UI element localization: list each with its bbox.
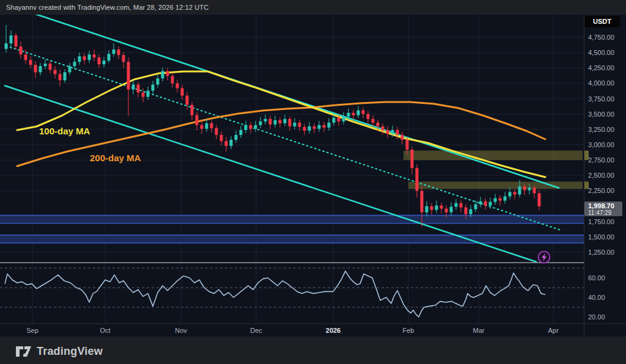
candle-body [308,126,311,131]
candle-body [523,186,526,190]
dotted-trendline[interactable] [6,46,561,230]
candle-body [181,88,184,95]
tradingview-chart-window: Shayannv created with TradingView.com, M… [0,0,626,364]
candle-body [328,123,331,128]
time-tick-label: Dec [250,327,262,334]
price-tick-label: 3,250.00 [588,126,625,133]
candle-body [465,208,468,214]
candle-body [10,35,13,43]
candle-body [201,125,204,129]
candle-body [284,119,287,123]
candle-body [333,118,336,123]
price-tick-label: 4,500.00 [588,49,625,56]
tradingview-logo[interactable]: TradingView [16,345,103,358]
candle-body [5,43,8,49]
price-tick-label: 2,750.00 [588,156,625,164]
candle-body [411,150,414,168]
candle-body [342,117,345,122]
time-tick-label: Feb [403,327,414,334]
candle-body [318,125,321,129]
price-tick-label: 1,750.00 [588,218,625,225]
ma100-label: 100-day MA [39,126,90,136]
candle-body [161,71,164,78]
candle-body [377,123,380,126]
candle-body [230,140,233,146]
candle-body [533,187,536,193]
candle-body [279,120,282,123]
candle-body [20,46,23,54]
candle-body [191,105,194,115]
rsi-line[interactable] [5,271,545,317]
candle-body [59,74,62,80]
candle-body [416,168,419,191]
price-tick-label: 3,750.00 [588,95,625,103]
candle-body [381,126,385,130]
candle-body [254,125,257,129]
candle-body [225,141,228,146]
candle-body [220,135,223,141]
candle-body [406,140,409,150]
candle-body [176,83,179,88]
time-tick-label: Sep [26,327,39,334]
candle-body [122,55,125,62]
candle-body [298,123,301,127]
candle-body [479,202,482,205]
top-strip: Shayannv created with TradingView.com, M… [0,0,626,15]
chart-plot-area[interactable] [0,0,626,364]
price-tick-label: 2,500.00 [588,172,625,179]
candle-body [64,72,67,80]
candle-body [205,123,208,129]
candle-body [499,198,502,200]
candle-body [337,118,341,122]
rsi-tick-label: 40.00 [588,294,625,301]
candle-body [88,54,91,60]
candle-body [362,111,365,114]
candle-body [171,76,174,83]
candle-body [132,84,135,89]
candle-body [313,126,316,129]
tradingview-logo-text: TradingView [37,345,103,358]
candle-body [484,202,487,206]
candle-body [386,130,389,134]
price-tick-label: 1,500.00 [588,233,625,241]
quote-currency-badge[interactable]: USDT [584,16,620,27]
candle-body [372,119,375,123]
price-tick-label: 3,000.00 [588,141,625,148]
candle-body [450,207,453,213]
candle-body [29,60,32,65]
price-tick-label: 2,250.00 [588,187,625,194]
candle-body [235,135,238,140]
support-band [0,216,584,224]
candle-body [425,206,429,213]
time-tick-label: Oct [100,327,110,334]
candle-body [117,49,120,55]
rsi-tick-label: 20.00 [588,313,625,321]
candle-body [440,206,443,209]
candle-body [245,125,248,130]
candle-body [269,119,272,125]
candle-body [210,123,213,128]
candle-body [83,56,86,60]
candle-body [430,206,433,210]
candle-body [147,90,150,96]
candle-body [103,60,106,64]
candle-body [435,206,438,210]
candle-body [514,192,517,194]
candle-countdown: 11:47:29 [588,210,622,216]
last-price-badge: 1,998.70 11:47:29 [584,202,622,216]
candle-body [166,71,169,76]
candle-body [421,191,424,212]
candle-body [293,123,296,126]
candle-body [215,128,218,135]
candle-body [538,193,541,206]
candle-body [528,187,531,190]
candle-body [489,202,492,206]
candle-body [445,209,448,213]
price-tick-label: 4,250.00 [588,64,625,71]
candle-body [15,35,18,46]
candle-body [264,119,267,122]
candle-body [196,115,199,125]
candle-body [518,186,521,194]
ma200-label: 200-day MA [90,153,141,163]
candle-body [259,122,262,125]
